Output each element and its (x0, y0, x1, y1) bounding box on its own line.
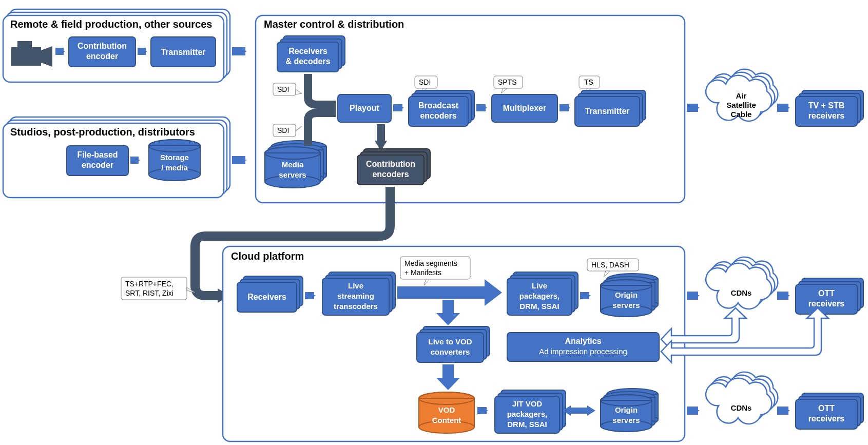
broadcast-encoders: Broadcast encoders (409, 90, 474, 126)
svg-text:encoders: encoders (420, 111, 456, 120)
svg-text:Origin: Origin (615, 405, 638, 414)
jit-vod: JIT VOD packagers, DRM, SSAI (495, 390, 566, 433)
svg-text:SRT, RIST, Zixi: SRT, RIST, Zixi (125, 289, 173, 297)
ott-top: OTT receivers (796, 278, 863, 314)
svg-text:OTT: OTT (818, 404, 835, 413)
studios-title: Studios, post-production, distributors (10, 126, 195, 138)
transmitter-label: Transmitter (161, 48, 205, 56)
svg-text:DRM, SSAI: DRM, SSAI (507, 420, 547, 429)
cloud-title: Cloud platform (231, 250, 304, 262)
svg-text:Air: Air (736, 91, 747, 100)
ott-bottom: OTT receivers (796, 393, 863, 429)
svg-text:TV + STB: TV + STB (808, 101, 845, 110)
contribution-encoders-dark: Contribution encoders (357, 149, 430, 185)
svg-text:servers: servers (612, 301, 640, 309)
svg-text:Contribution: Contribution (366, 160, 415, 168)
svg-text:DRM, SSAI: DRM, SSAI (519, 302, 560, 311)
media-servers: Media servers (265, 141, 326, 188)
svg-text:Receivers: Receivers (247, 293, 286, 301)
svg-text:JIT VOD: JIT VOD (512, 399, 543, 408)
svg-text:Storage: Storage (160, 153, 189, 162)
svg-text:CDNs: CDNs (731, 288, 752, 297)
origin-servers-top: Origin servers (601, 274, 658, 317)
diagram-canvas: Remote & field production, other sources… (0, 0, 868, 445)
svg-text:Content: Content (432, 416, 461, 424)
storage-cylinder: Storage / media (149, 140, 200, 181)
svg-text:SDI: SDI (277, 126, 289, 134)
svg-text:packagers,: packagers, (507, 410, 547, 418)
svg-rect-4 (17, 41, 32, 49)
svg-text:packagers,: packagers, (519, 292, 560, 300)
svg-text:HLS, DASH: HLS, DASH (591, 261, 629, 269)
svg-text:receivers: receivers (808, 111, 844, 120)
file-encoder-l2: encoder (82, 161, 113, 169)
receivers-decoders: Receivers & decoders (277, 36, 345, 72)
svg-text:TS: TS (584, 78, 593, 86)
svg-text:Live: Live (348, 281, 363, 290)
master-title: Master control & distribution (264, 18, 404, 30)
svg-text:Live to VOD: Live to VOD (428, 337, 472, 346)
svg-text:Playout: Playout (350, 104, 379, 112)
svg-text:streaming: streaming (337, 292, 374, 300)
live-transcoders: Live streaming transcoders (322, 272, 395, 315)
svg-text:& decoders: & decoders (285, 57, 330, 66)
svg-text:encoders: encoders (372, 170, 409, 179)
origin-servers-bottom: Origin servers (601, 389, 658, 432)
svg-text:receivers: receivers (808, 414, 844, 423)
file-encoder-l1: File-based (77, 150, 118, 159)
svg-text:receivers: receivers (808, 299, 844, 308)
svg-text:Transmitter: Transmitter (585, 107, 629, 115)
svg-text:OTT: OTT (818, 289, 835, 298)
cloud-receivers: Receivers (237, 276, 303, 312)
callout-tsrtp: TS+RTP+FEC, SRT, RIST, Zixi (121, 277, 195, 300)
tv-stb: TV + STB receivers (796, 90, 863, 126)
return-arrows (661, 308, 828, 362)
svg-text:TS+RTP+FEC,: TS+RTP+FEC, (125, 280, 173, 288)
svg-text:Media: Media (282, 160, 304, 169)
live-packagers: Live packagers, DRM, SSAI (507, 272, 578, 315)
svg-text:Receivers: Receivers (288, 47, 327, 55)
panel-remote: Remote & field production, other sources… (3, 9, 230, 82)
svg-text:Live: Live (532, 281, 547, 290)
remote-title: Remote & field production, other sources (10, 18, 212, 30)
svg-text:SDI: SDI (419, 78, 431, 86)
svg-rect-3 (11, 47, 41, 66)
svg-text:CDNs: CDNs (731, 403, 752, 412)
vod-content: VOD Content (419, 392, 474, 433)
svg-text:Ad impression processing: Ad impression processing (539, 347, 627, 356)
air-cloud: Air Satellite Cable (706, 69, 778, 121)
svg-text:SDI: SDI (277, 85, 289, 93)
svg-text:converters: converters (431, 347, 470, 356)
svg-text:Satellite: Satellite (726, 101, 756, 109)
svg-text:Origin: Origin (615, 291, 638, 299)
panel-studios: Studios, post-production, distributors F… (3, 117, 230, 198)
svg-text:/ media: / media (161, 163, 188, 172)
svg-text:SPTS: SPTS (498, 78, 517, 86)
panel-cloud: Cloud platform Receivers Live streaming … (223, 246, 685, 441)
cdn-cloud-bottom: CDNs (706, 372, 778, 424)
svg-text:Analytics: Analytics (565, 337, 601, 345)
svg-text:Broadcast: Broadcast (418, 101, 459, 110)
svg-text:+ Manifests: + Manifests (404, 268, 441, 277)
svg-text:Media segments: Media segments (404, 259, 457, 267)
live-to-vod: Live to VOD converters (417, 326, 490, 362)
svg-text:servers: servers (612, 416, 640, 424)
svg-text:transcoders: transcoders (334, 302, 378, 311)
svg-text:VOD: VOD (438, 405, 455, 414)
transmitter2: Transmitter (575, 90, 646, 126)
contribution-encoder-l1: Contribution (78, 42, 127, 50)
cdn-cloud-top: CDNs (706, 257, 778, 309)
svg-text:servers: servers (279, 170, 306, 179)
panel-master: Master control & distribution Receivers … (256, 15, 685, 203)
svg-text:Cable: Cable (731, 110, 752, 119)
svg-text:Multiplexer: Multiplexer (503, 104, 546, 112)
contribution-encoder-l2: encoder (86, 52, 118, 61)
